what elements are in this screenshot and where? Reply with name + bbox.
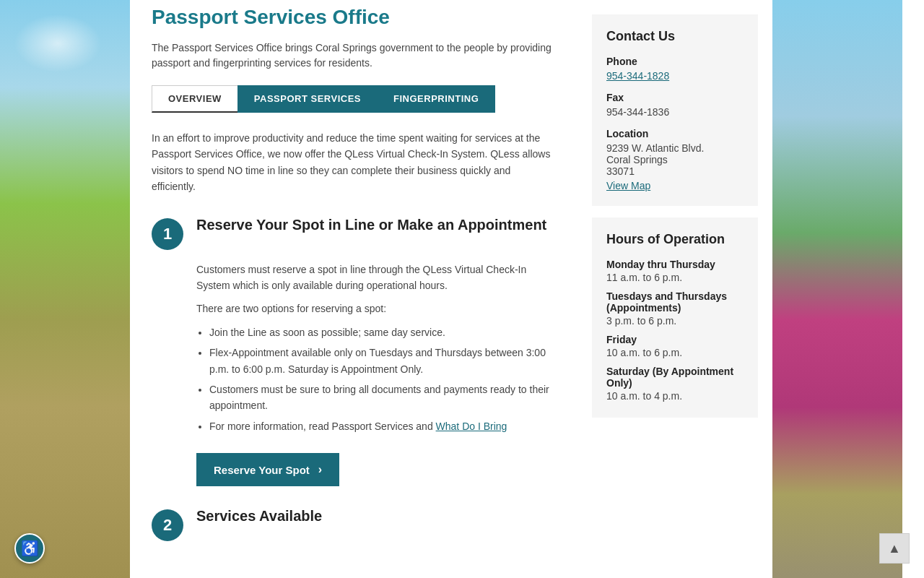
hours-entry-3: Saturday (By Appointment Only) 10 a.m. t… — [606, 366, 744, 402]
tab-overview[interactable]: OVERVIEW — [152, 85, 237, 113]
section-1-desc2: There are two options for reserving a sp… — [196, 301, 556, 316]
hours-time-2: 10 a.m. to 6 p.m. — [606, 347, 744, 358]
tab-passport-services[interactable]: PASSPORT SERVICES — [237, 85, 377, 113]
hours-heading: Hours of Operation — [606, 232, 744, 247]
address-line2: Coral Springs — [606, 154, 744, 165]
address-line3: 33071 — [606, 165, 744, 177]
hours-of-operation-box: Hours of Operation Monday thru Thursday … — [592, 217, 758, 418]
bullet-join-line: Join the Line as soon as possible; same … — [209, 324, 556, 340]
section-2-header: 2 Services Available — [152, 506, 556, 541]
hours-entry-0: Monday thru Thursday 11 a.m. to 6 p.m. — [606, 259, 744, 283]
tabs-container: OVERVIEW PASSPORT SERVICES FINGERPRINTIN… — [152, 85, 556, 113]
what-do-i-bring-link[interactable]: What Do I Bring — [436, 420, 507, 432]
tab-fingerprinting[interactable]: FINGERPRINTING — [377, 85, 495, 113]
phone-label: Phone — [606, 56, 744, 67]
intro-text: In an effort to improve productivity and… — [152, 130, 556, 195]
fax-value: 954-344-1836 — [606, 106, 744, 118]
section-1-header: 1 Reserve Your Spot in Line or Make an A… — [152, 215, 556, 250]
back-to-top-icon: ▲ — [888, 541, 901, 556]
bullet-flex-appointment: Flex-Appointment available only on Tuesd… — [209, 345, 556, 377]
page-title: Passport Services Office — [152, 6, 556, 29]
accessibility-button[interactable]: ♿ — [14, 533, 45, 564]
address-line1: 9239 W. Atlantic Blvd. — [606, 142, 744, 154]
hours-day-1: Tuesdays and Thursdays (Appointments) — [606, 290, 744, 314]
hours-day-3: Saturday (By Appointment Only) — [606, 366, 744, 389]
hours-time-3: 10 a.m. to 4 p.m. — [606, 390, 744, 402]
page-description: The Passport Services Office brings Cora… — [152, 40, 556, 71]
section-1-title: Reserve Your Spot in Line or Make an App… — [196, 215, 546, 234]
reserve-button-chevron-icon: › — [318, 463, 322, 476]
reserve-your-spot-button[interactable]: Reserve Your Spot › — [196, 453, 339, 486]
contact-us-box: Contact Us Phone 954-344-1828 Fax 954-34… — [592, 14, 758, 206]
contact-us-heading: Contact Us — [606, 29, 744, 44]
bullet-documents: Customers must be sure to bring all docu… — [209, 381, 556, 414]
section-1-bullets: Join the Line as soon as possible; same … — [209, 324, 556, 434]
main-content: Passport Services Office The Passport Se… — [130, 0, 578, 578]
section-1-number: 1 — [152, 218, 183, 250]
phone-link[interactable]: 954-344-1828 — [606, 70, 669, 82]
back-to-top-button[interactable]: ▲ — [879, 533, 910, 564]
hours-entry-2: Friday 10 a.m. to 6 p.m. — [606, 334, 744, 358]
bullet-more-info-text: For more information, read Passport Serv… — [209, 420, 436, 432]
view-map-link[interactable]: View Map — [606, 180, 744, 191]
hours-time-1: 3 p.m. to 6 p.m. — [606, 315, 744, 327]
hours-time-0: 11 a.m. to 6 p.m. — [606, 272, 744, 283]
reserve-button-label: Reserve Your Spot — [214, 464, 310, 476]
fax-label: Fax — [606, 92, 744, 103]
section-2-title: Services Available — [196, 506, 322, 525]
right-decorative-image — [772, 0, 902, 578]
bullet-more-info: For more information, read Passport Serv… — [209, 418, 556, 434]
section-2-number: 2 — [152, 509, 183, 541]
hours-day-2: Friday — [606, 334, 744, 345]
section-1-desc1: Customers must reserve a spot in line th… — [196, 262, 556, 294]
right-sidebar: Contact Us Phone 954-344-1828 Fax 954-34… — [578, 0, 772, 578]
accessibility-icon: ♿ — [21, 540, 39, 557]
hours-entry-1: Tuesdays and Thursdays (Appointments) 3 … — [606, 290, 744, 327]
location-label: Location — [606, 128, 744, 139]
left-decorative-image — [0, 0, 130, 578]
hours-day-0: Monday thru Thursday — [606, 259, 744, 270]
section-1-body: Customers must reserve a spot in line th… — [196, 262, 556, 507]
